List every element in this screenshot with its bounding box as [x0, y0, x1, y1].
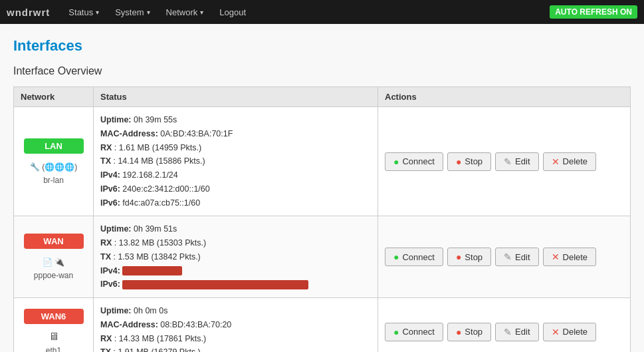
nav-logout[interactable]: Logout [211, 3, 254, 21]
connect-icon: ● [393, 252, 399, 262]
status-cell: Uptime: 0h 0m 0sMAC-Address: 08:BD:43:BA… [94, 298, 378, 353]
status-line: Uptime: 0h 39m 55s [100, 114, 371, 126]
edit-icon: ✎ [504, 252, 512, 262]
status-value: 0h 39m 55s [134, 115, 177, 124]
status-cell: Uptime: 0h 39m 55sMAC-Address: 0A:BD:43:… [94, 107, 378, 216]
status-label: Uptime: [100, 306, 134, 315]
status-line: TX : 14.14 MB (15886 Pkts.) [100, 155, 371, 168]
table-row: WAN📄 🔌pppoe-wanUptime: 0h 39m 51sRX : 13… [14, 216, 631, 298]
status-value: 0h 0m 0s [134, 306, 167, 315]
stop-icon: ● [456, 156, 461, 167]
interface-icons: 🔧 (🌐🌐🌐) [21, 159, 86, 173]
stop-button-label: Stop [465, 156, 483, 166]
connect-button[interactable]: ●Connect [385, 248, 443, 266]
connect-icon: ● [393, 327, 399, 337]
main-content: Interfaces Interface Overview Network St… [0, 24, 644, 352]
connect-icon: ● [393, 156, 399, 167]
status-line: RX : 14.33 MB (17861 Pkts.) [100, 333, 371, 345]
edit-icon: ✎ [504, 156, 512, 167]
status-dropdown-caret: ▾ [96, 9, 99, 16]
status-line: IPv4: [100, 265, 371, 277]
status-line: RX : 1.61 MB (14959 Pkts.) [100, 142, 371, 154]
status-value: : 14.14 MB (15886 Pkts.) [113, 156, 205, 166]
connect-button[interactable]: ●Connect [385, 323, 443, 341]
action-buttons: ●Connect●Stop✎Edit✕Delete [385, 152, 623, 171]
stop-button[interactable]: ●Stop [447, 323, 491, 341]
interface-dev-name: br-lan [21, 176, 86, 185]
redacted-ipv6 [122, 280, 308, 289]
delete-button[interactable]: ✕Delete [543, 248, 597, 266]
nav-network[interactable]: Network ▾ [158, 3, 212, 21]
stop-button-label: Stop [465, 252, 483, 262]
status-value: 192.168.2.1/24 [122, 170, 177, 180]
status-line: TX : 1.91 MB (16279 Pkts.) [100, 346, 371, 352]
actions-cell: ●Connect●Stop✎Edit✕Delete [378, 298, 631, 353]
status-value: fd4c:a07a:cb75::1/60 [122, 198, 200, 208]
stop-button[interactable]: ●Stop [447, 152, 491, 171]
table-row: WAN6🖥eth1Uptime: 0h 0m 0sMAC-Address: 08… [14, 298, 631, 353]
interface-dev-name: eth1 [21, 346, 86, 353]
delete-icon: ✕ [552, 252, 560, 262]
interface-dev-name: pppoe-wan [21, 271, 86, 280]
delete-icon: ✕ [552, 327, 560, 337]
navbar: wndrwrt Status ▾ System ▾ Network ▾ Logo… [0, 0, 644, 24]
status-value: 08:BD:43:BA:70:20 [160, 320, 231, 329]
status-label: TX [100, 252, 113, 262]
nav-status[interactable]: Status ▾ [60, 3, 107, 21]
status-value: 0h 39m 51s [134, 224, 177, 234]
network-dropdown-caret: ▾ [200, 9, 203, 16]
status-label: IPv6: [100, 184, 122, 194]
stop-button[interactable]: ●Stop [447, 248, 491, 266]
connect-button[interactable]: ●Connect [385, 152, 443, 171]
delete-button[interactable]: ✕Delete [543, 323, 597, 341]
status-line: Uptime: 0h 39m 51s [100, 223, 371, 236]
network-cell: WAN📄 🔌pppoe-wan [14, 216, 94, 298]
actions-cell: ●Connect●Stop✎Edit✕Delete [378, 107, 631, 216]
status-line: Uptime: 0h 0m 0s [100, 305, 371, 317]
delete-button-label: Delete [563, 156, 588, 166]
status-line: IPv6: fd4c:a07a:cb75::1/60 [100, 197, 371, 210]
stop-icon: ● [456, 252, 461, 262]
auto-refresh-badge: AUTO REFRESH ON [550, 5, 637, 19]
status-line: IPv6: [100, 278, 371, 291]
status-line: MAC-Address: 0A:BD:43:BA:70:1F [100, 128, 371, 140]
status-label: IPv4: [100, 266, 122, 275]
delete-button-label: Delete [563, 252, 588, 262]
action-buttons: ●Connect●Stop✎Edit✕Delete [385, 248, 623, 266]
status-label: TX [100, 347, 113, 352]
edit-button[interactable]: ✎Edit [495, 323, 538, 341]
nav-system[interactable]: System ▾ [107, 3, 158, 21]
table-row: LAN🔧 (🌐🌐🌐)br-lanUptime: 0h 39m 55sMAC-Ad… [14, 107, 631, 216]
status-value: : 13.82 MB (15303 Pkts.) [114, 238, 206, 248]
edit-button[interactable]: ✎Edit [495, 152, 538, 171]
redacted-ipv4 [122, 266, 182, 275]
status-line: MAC-Address: 08:BD:43:BA:70:20 [100, 319, 371, 331]
status-label: Uptime: [100, 224, 134, 234]
col-network: Network [14, 87, 94, 107]
edit-button[interactable]: ✎Edit [495, 248, 538, 266]
status-value: : 14.33 MB (17861 Pkts.) [114, 334, 206, 343]
delete-button[interactable]: ✕Delete [543, 152, 597, 171]
status-label: RX [100, 238, 114, 248]
interface-icons: 🖥 [21, 329, 86, 343]
edit-button-label: Edit [515, 156, 530, 166]
delete-button-label: Delete [563, 327, 588, 337]
interface-badge: WAN [24, 234, 84, 249]
status-label: IPv6: [100, 198, 122, 208]
status-value: 0A:BD:43:BA:70:1F [160, 129, 233, 138]
connect-button-label: Connect [402, 327, 434, 337]
section-title: Interface Overview [13, 65, 631, 77]
status-label: IPv4: [100, 170, 122, 180]
edit-button-label: Edit [515, 252, 530, 262]
status-label: MAC-Address: [100, 320, 160, 329]
edit-button-label: Edit [515, 327, 530, 337]
status-label: Uptime: [100, 115, 134, 124]
interface-badge: WAN6 [24, 309, 84, 324]
connect-button-label: Connect [402, 252, 434, 262]
status-value: 240e:c2:3412:d00::1/60 [122, 184, 209, 194]
connect-button-label: Connect [402, 156, 434, 166]
stop-button-label: Stop [465, 327, 483, 337]
status-label: RX [100, 334, 114, 343]
actions-cell: ●Connect●Stop✎Edit✕Delete [378, 216, 631, 298]
status-line: RX : 13.82 MB (15303 Pkts.) [100, 237, 371, 250]
